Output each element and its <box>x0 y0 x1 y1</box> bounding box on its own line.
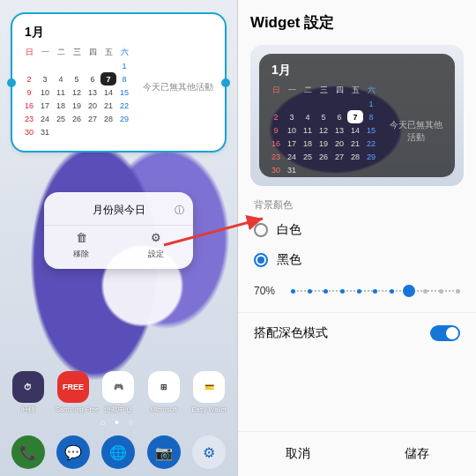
widget-settings-button[interactable]: ⚙ 設定 <box>119 226 194 265</box>
gear-icon: ⚙ <box>119 231 194 244</box>
calendar-month-label: 1月 <box>271 63 446 78</box>
remove-widget-button[interactable]: 🗑 移除 <box>44 226 119 265</box>
dock-icon[interactable]: 💬 <box>56 435 90 469</box>
match-dark-mode-row: 搭配深色模式 <box>238 312 476 353</box>
bg-option-white[interactable]: 白色 <box>238 215 476 245</box>
switch-label: 搭配深色模式 <box>254 325 328 341</box>
bg-option-black[interactable]: 黑色 <box>238 245 476 275</box>
trash-icon: 🗑 <box>44 231 119 244</box>
home-screen: 1月 日一二三四五六123456789101112131415161718192… <box>0 0 238 476</box>
calendar-grid-container: 日一二三四五六123456789101112131415161718192021… <box>21 46 132 138</box>
option-label: 黑色 <box>277 252 301 268</box>
radio-icon <box>254 253 268 267</box>
option-label: 白色 <box>277 222 301 238</box>
radio-icon <box>254 223 268 237</box>
calendar-widget[interactable]: 1月 日一二三四五六123456789101112131415161718192… <box>12 14 225 151</box>
dark-mode-toggle[interactable] <box>430 325 460 341</box>
remove-label: 移除 <box>73 249 89 258</box>
page-title: Widget 設定 <box>238 0 476 41</box>
cancel-button[interactable]: 取消 <box>238 432 357 476</box>
dock: 📞💬🌐📷⚙ <box>0 435 237 469</box>
popup-title: 月份與今日 <box>93 203 145 218</box>
opacity-slider-row: 70% <box>238 275 476 312</box>
settings-label: 設定 <box>148 249 164 258</box>
calendar-grid-container: 日一二三四五六123456789101112131415161718192021… <box>268 84 379 176</box>
app-icon[interactable]: 🎮遊戲中心 <box>100 371 136 414</box>
section-label-background: 背景顏色 <box>238 186 476 215</box>
footer-actions: 取消 儲存 <box>238 431 476 476</box>
no-events-text: 今天已無其他活動 <box>139 46 216 93</box>
app-icon[interactable]: ⊞Microsoft <box>146 371 182 414</box>
save-button[interactable]: 儲存 <box>357 432 476 476</box>
calendar-widget-dark: 1月 日一二三四五六123456789101112131415161718192… <box>259 54 455 177</box>
opacity-slider[interactable] <box>291 284 460 298</box>
widget-settings-screen: Widget 設定 1月 日一二三四五六12345678910111213141… <box>238 0 476 476</box>
info-icon[interactable]: ⓘ <box>175 204 184 217</box>
resize-handle-left[interactable] <box>7 78 16 87</box>
app-icon[interactable]: 💳Easy Wallet <box>191 371 227 414</box>
widget-preview: 1月 日一二三四五六123456789101112131415161718192… <box>250 45 464 186</box>
dock-icon[interactable]: ⚙ <box>192 435 226 469</box>
app-icon[interactable]: ⏱時鐘 <box>11 371 46 414</box>
opacity-value: 70% <box>254 285 284 297</box>
dock-icon[interactable]: 📞 <box>11 435 45 469</box>
no-events-text: 今天已無其他活動 <box>386 84 446 144</box>
widget-context-menu: 月份與今日 ⓘ 🗑 移除 ⚙ 設定 <box>44 192 193 269</box>
resize-handle-right[interactable] <box>221 78 230 87</box>
dock-icon[interactable]: 🌐 <box>101 435 135 469</box>
app-icon[interactable]: FREESamsung Free <box>56 371 91 414</box>
calendar-month-label: 1月 <box>25 25 216 41</box>
dock-icon[interactable]: 📷 <box>147 435 181 469</box>
app-row: ⏱時鐘FREESamsung Free🎮遊戲中心⊞Microsoft💳Easy … <box>0 371 237 414</box>
page-indicator[interactable]: ⌂ ● ○ <box>0 418 237 427</box>
